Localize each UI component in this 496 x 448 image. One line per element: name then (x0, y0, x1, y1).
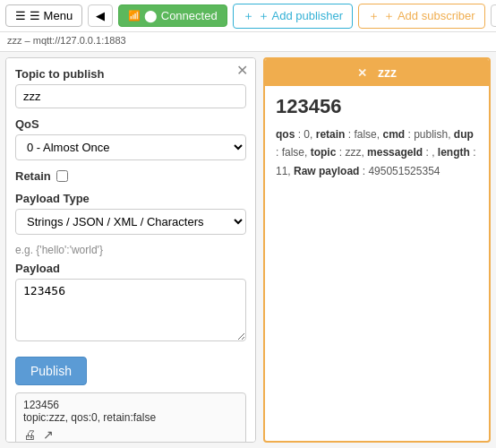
subscriber-received-value: 123456 (276, 95, 478, 118)
back-button[interactable]: ◀ (88, 4, 113, 27)
retain-label: Retain (15, 169, 51, 183)
meta-cmd-key: cmd (382, 128, 405, 141)
meta-cmd-val: publish (414, 128, 448, 141)
meta-dup-key: dup (454, 128, 474, 141)
retain-row: Retain (15, 169, 246, 183)
menu-button[interactable]: ☰ ☰ Menu (5, 4, 82, 27)
meta-rawpayload-val: 495051525354 (368, 165, 440, 177)
log-actions: 🖨 ↗ (23, 427, 238, 442)
add-subscriber-button[interactable]: ＋ ＋ Add subscriber (358, 4, 485, 29)
meta-messageid-key: messageId (367, 146, 423, 159)
share-log-button[interactable]: ↗ (43, 427, 54, 442)
meta-qos-key: qos (276, 128, 295, 141)
add-publisher-icon: ＋ (243, 8, 254, 24)
meta-rawpayload-key: Raw payload (294, 165, 359, 177)
connected-button[interactable]: 📶 ⬤ Connected (118, 4, 227, 27)
subscriber-body: 123456 qos : 0, retain : false, cmd : pu… (265, 86, 489, 441)
meta-retain-val: false (354, 128, 376, 141)
meta-retain-key: retain (316, 128, 346, 141)
add-publisher-button[interactable]: ＋ ＋ Add publisher (233, 4, 353, 29)
meta-dup-val: false (282, 146, 304, 159)
subscriber-topic-header: zzz (378, 65, 397, 80)
payload-field-group: Payload 123456 (15, 262, 246, 344)
connection-bar: zzz – mqtt://127.0.0.1:1883 (0, 32, 496, 52)
copy-icon: 🖨 (23, 427, 36, 442)
signal-icon: 📶 (128, 10, 141, 22)
payload-type-select[interactable]: Strings / JSON / XML / Characters Base64… (15, 209, 246, 235)
subscriber-header: ✕ zzz (265, 59, 489, 86)
connected-label: ⬤ Connected (144, 9, 218, 22)
subscriber-panel: ✕ zzz 123456 qos : 0, retain : false, cm… (263, 57, 491, 443)
payload-hint: e.g. {'hello':'world'} (15, 244, 246, 256)
publish-button[interactable]: Publish (15, 357, 87, 385)
meta-length-key: length (438, 146, 470, 159)
navbar: ☰ ☰ Menu ◀ 📶 ⬤ Connected ＋ ＋ Add publish… (0, 0, 496, 32)
add-subscriber-label: ＋ Add subscriber (383, 8, 475, 24)
add-publisher-label: ＋ Add publisher (258, 8, 343, 24)
qos-label: QoS (15, 117, 246, 131)
meta-qos-val: 0 (304, 128, 310, 141)
connection-text: zzz – mqtt://127.0.0.1:1883 (7, 35, 126, 46)
back-icon: ◀ (96, 9, 105, 22)
add-subscriber-icon: ＋ (368, 8, 380, 24)
menu-label: ☰ Menu (30, 9, 73, 22)
log-line-1: 123456 (23, 399, 238, 411)
main-content: ✕ Topic to publish QoS 0 - Almost Once 1… (0, 52, 496, 448)
payload-type-field-group: Payload Type Strings / JSON / XML / Char… (15, 192, 246, 235)
meta-topic-key: topic (311, 146, 337, 159)
log-box: 123456 topic:zzz, qos:0, retain:false 🖨 … (15, 392, 246, 443)
subscriber-close-icon[interactable]: ✕ (357, 66, 367, 80)
topic-field-group: Topic to publish (15, 67, 246, 108)
menu-icon: ☰ (15, 9, 26, 22)
copy-log-button[interactable]: 🖨 (23, 427, 36, 442)
payload-label: Payload (15, 262, 246, 275)
publish-panel: ✕ Topic to publish QoS 0 - Almost Once 1… (5, 57, 256, 443)
log-line-2: topic:zzz, qos:0, retain:false (23, 411, 238, 424)
meta-length-val: 11 (276, 165, 287, 177)
qos-field-group: QoS 0 - Almost Once 1 - At Least Once 2 … (15, 117, 246, 160)
settings-button[interactable]: ⚙ (491, 4, 496, 27)
subscriber-meta: qos : 0, retain : false, cmd : publish, … (276, 125, 478, 180)
topic-label: Topic to publish (15, 67, 246, 81)
payload-type-label: Payload Type (15, 192, 246, 205)
share-icon: ↗ (43, 427, 54, 442)
qos-select[interactable]: 0 - Almost Once 1 - At Least Once 2 - Ex… (15, 134, 246, 160)
payload-textarea[interactable]: 123456 (15, 279, 246, 341)
retain-checkbox[interactable] (56, 170, 68, 182)
close-publish-button[interactable]: ✕ (236, 64, 248, 78)
topic-input[interactable] (15, 84, 246, 108)
meta-topic-val: zzz (345, 146, 361, 159)
